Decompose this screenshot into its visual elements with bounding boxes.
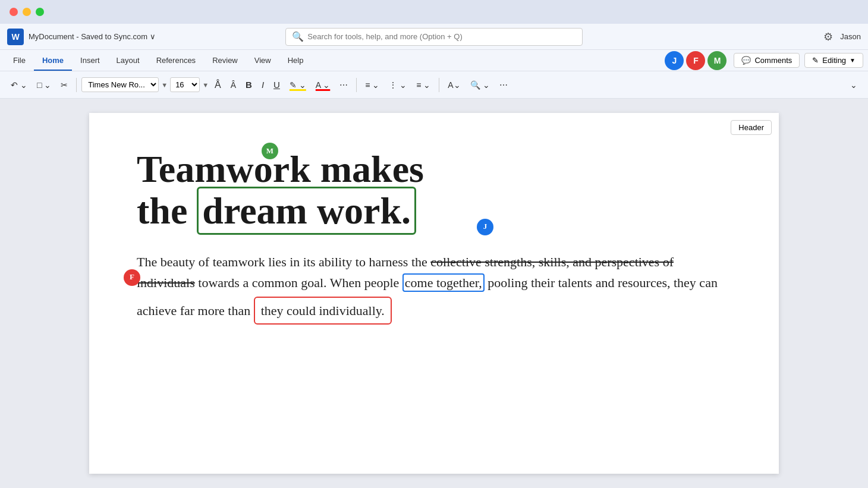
ribbon-tabs: File Home Insert Layout References Revie… [0, 50, 868, 71]
settings-icon[interactable]: ⚙ [823, 30, 833, 43]
collapse-ribbon-button[interactable]: ⌄ [847, 78, 861, 92]
font-shrink-button[interactable]: Â [227, 78, 240, 92]
highlight-button[interactable]: ✎ ⌄ [286, 78, 310, 92]
title-line2-prefix: the [137, 190, 197, 232]
avatar-j: J [665, 51, 684, 70]
avatar-j-cursor: J [477, 219, 493, 235]
more-toolbar-button[interactable]: ⋯ [496, 78, 511, 92]
tab-insert[interactable]: Insert [72, 50, 108, 71]
pencil-icon: ✎ [812, 56, 819, 65]
title-line1: Teamwork makes [137, 148, 424, 190]
bold-button[interactable]: B [242, 77, 256, 92]
main-area: Header M Teamwork makes the dream work. … [0, 99, 868, 488]
find-button[interactable]: 🔍 ⌄ [467, 78, 493, 92]
cursor-m: M [262, 143, 278, 159]
tab-file[interactable]: File [5, 50, 34, 71]
font-size-dropdown-icon: ▼ [202, 81, 209, 89]
document-heading: M Teamwork makes the dream work. [137, 149, 731, 232]
document[interactable]: Header M Teamwork makes the dream work. … [89, 113, 779, 474]
tab-home[interactable]: Home [34, 50, 72, 71]
avatar-f: F [686, 51, 705, 70]
document-body[interactable]: J F The beauty of teamwork lies in its a… [137, 251, 731, 325]
header-button[interactable]: Header [731, 120, 772, 135]
undo-button[interactable]: ↶ ⌄ [7, 78, 31, 92]
font-family-select[interactable]: Times New Ro... [81, 77, 159, 92]
document-title[interactable]: MyDocument - Saved to Sync.com ∨ [29, 32, 156, 41]
menu-right: ⚙ Jason [823, 30, 861, 43]
search-input[interactable] [307, 32, 576, 41]
document-content: M Teamwork makes the dream work. J F [137, 149, 731, 325]
minimize-button[interactable] [23, 8, 31, 16]
user-name: Jason [840, 32, 861, 41]
format-painter-button[interactable]: ✂ [57, 78, 71, 92]
numbering-button[interactable]: ⋮ ⌄ [385, 78, 410, 92]
more-formatting-button[interactable]: ⋯ [336, 78, 351, 92]
font-size-select[interactable]: 16 [170, 77, 200, 92]
cursor-f: F [124, 269, 140, 286]
styles-button[interactable]: A⌄ [444, 78, 464, 92]
close-button[interactable] [10, 8, 18, 16]
title-bar [0, 0, 868, 24]
italic-button[interactable]: I [258, 77, 268, 92]
comment-icon: 💬 [741, 56, 751, 65]
toolbar-separator-1 [76, 78, 77, 92]
tab-help[interactable]: Help [279, 50, 312, 71]
red-selection-box: they could individually. [254, 297, 392, 325]
editing-button[interactable]: ✎ Editing ▼ [804, 53, 863, 68]
menu-bar: W MyDocument - Saved to Sync.com ∨ 🔍 ⚙ J… [0, 24, 868, 50]
toolbar-separator-3 [439, 78, 439, 92]
tab-references[interactable]: References [148, 50, 204, 71]
collaborator-avatars: J F M [665, 51, 727, 70]
redo-button[interactable]: □ ⌄ [33, 78, 55, 92]
search-bar[interactable]: 🔍 [285, 28, 583, 46]
tab-review[interactable]: Review [204, 50, 246, 71]
cursor-j: J [477, 219, 493, 235]
tab-layout[interactable]: Layout [108, 50, 148, 71]
indent-button[interactable]: ≡ ⌄ [413, 78, 434, 92]
underline-button[interactable]: U [270, 77, 284, 92]
avatar-m: M [707, 51, 727, 70]
font-grow-button[interactable]: Â [211, 77, 225, 93]
title-highlight-box: dream work. [197, 187, 416, 235]
font-color-button[interactable]: A ⌄ [312, 78, 334, 92]
avatar-m-cursor: M [262, 143, 278, 159]
avatar-f-cursor: F [124, 269, 140, 286]
maximize-button[interactable] [36, 8, 44, 16]
bullets-button[interactable]: ≡ ⌄ [361, 78, 383, 92]
blue-selection-box: come together, [402, 273, 485, 292]
chevron-down-icon: ▼ [850, 57, 856, 64]
font-dropdown-icon: ▼ [161, 81, 168, 89]
word-icon: W [7, 29, 24, 45]
search-icon: 🔍 [292, 31, 304, 42]
toolbar-separator-2 [356, 78, 357, 92]
tab-view[interactable]: View [246, 50, 279, 71]
toolbar: ↶ ⌄ □ ⌄ ✂ Times New Ro... ▼ 16 ▼ Â Â B… [0, 71, 868, 99]
comments-button[interactable]: 💬 Comments [734, 53, 800, 68]
